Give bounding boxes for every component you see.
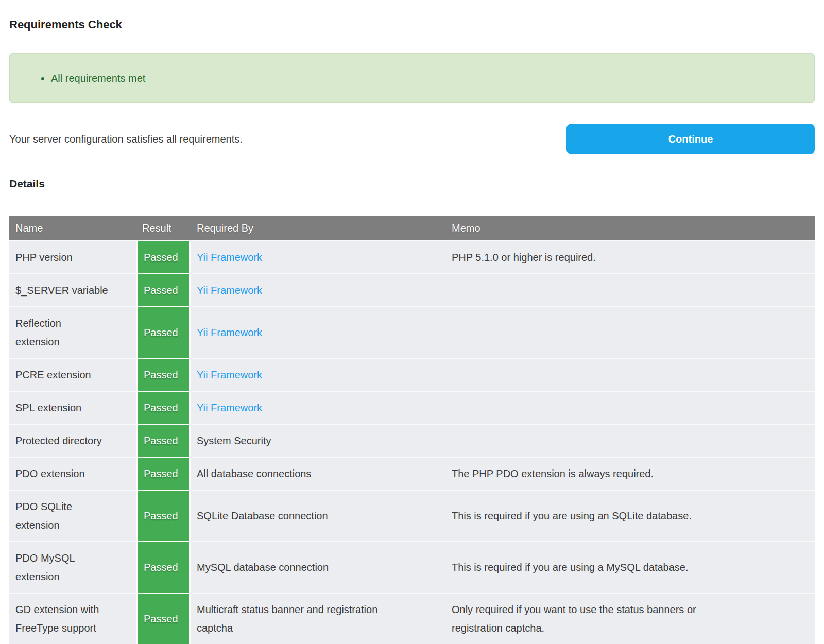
requirement-memo	[445, 424, 815, 457]
column-header-memo: Memo	[445, 216, 815, 240]
requirements-page: Requirements Check All requirements met …	[0, 18, 824, 644]
table-row: Reflection extensionPassedYii Framework	[9, 306, 815, 358]
requirement-memo	[445, 358, 815, 391]
required-by-text: MySQL database connection	[197, 562, 329, 573]
requirement-name: Protected directory	[9, 424, 136, 457]
requirement-memo	[445, 273, 815, 306]
result-badge: Passed	[136, 358, 191, 391]
requirement-name: $_SERVER variable	[9, 273, 136, 306]
page-title: Requirements Check	[9, 18, 815, 32]
required-by-cell: Yii Framework	[191, 240, 445, 273]
result-badge: Passed	[136, 306, 191, 358]
requirement-name: PDO extension	[9, 457, 136, 490]
result-badge: Passed	[136, 490, 191, 541]
table-row: Protected directoryPassedSystem Security	[9, 424, 815, 457]
requirement-memo: PHP 5.1.0 or higher is required.	[445, 240, 815, 273]
requirement-memo: The PHP PDO extension is always required…	[445, 457, 815, 490]
result-badge: Passed	[136, 541, 191, 593]
requirement-name: PDO MySQL extension	[9, 541, 136, 593]
result-badge: Passed	[136, 424, 191, 457]
table-row: PDO extensionPassedAll database connecti…	[9, 457, 815, 490]
required-by-cell: MySQL database connection	[191, 541, 445, 593]
required-by-cell: Yii Framework	[191, 391, 445, 424]
required-by-cell: SQLite Database connection	[191, 490, 445, 541]
requirement-name: PCRE extension	[9, 358, 136, 391]
table-row: GD extension with FreeType supportPassed…	[9, 593, 815, 644]
required-by-link[interactable]: Yii Framework	[197, 285, 262, 296]
required-by-cell: Yii Framework	[191, 306, 445, 358]
table-body: PHP versionPassedYii FrameworkPHP 5.1.0 …	[9, 240, 815, 644]
table-row: PCRE extensionPassedYii Framework	[9, 358, 815, 391]
alert-item: All requirements met	[51, 72, 145, 85]
required-by-link[interactable]: Yii Framework	[197, 327, 262, 338]
required-by-cell: Yii Framework	[191, 358, 445, 391]
summary-text: Your server configuration satisfies all …	[9, 132, 243, 146]
details-heading: Details	[9, 177, 815, 190]
column-header-result: Result	[136, 216, 191, 240]
requirement-name: GD extension with FreeType support	[9, 593, 136, 644]
column-header-name: Name	[9, 216, 136, 240]
table-row: $_SERVER variablePassedYii Framework	[9, 273, 815, 306]
table-row: SPL extensionPassedYii Framework	[9, 391, 815, 424]
required-by-link[interactable]: Yii Framework	[197, 402, 262, 413]
requirement-memo	[445, 306, 815, 358]
actions-bar: Your server configuration satisfies all …	[9, 124, 815, 154]
requirement-name: Reflection extension	[9, 306, 136, 358]
result-badge: Passed	[136, 273, 191, 306]
requirement-memo: Only required if you want to use the sta…	[445, 593, 815, 644]
table-row: PDO SQLite extensionPassedSQLite Databas…	[9, 490, 815, 541]
table-row: PHP versionPassedYii FrameworkPHP 5.1.0 …	[9, 240, 815, 273]
requirement-memo: This is required if you are using an SQL…	[445, 490, 815, 541]
required-by-cell: Multicraft status banner and registratio…	[191, 593, 445, 644]
required-by-text: System Security	[197, 435, 271, 446]
required-by-link[interactable]: Yii Framework	[197, 369, 262, 380]
requirement-name: PHP version	[9, 240, 136, 273]
required-by-text: Multicraft status banner and registratio…	[197, 604, 377, 634]
required-by-text: SQLite Database connection	[197, 510, 328, 521]
requirement-name: SPL extension	[9, 391, 136, 424]
table-row: PDO MySQL extensionPassedMySQL database …	[9, 541, 815, 593]
result-badge: Passed	[136, 391, 191, 424]
result-badge: Passed	[136, 593, 191, 644]
required-by-cell: System Security	[191, 424, 445, 457]
required-by-text: All database connections	[197, 468, 311, 479]
requirement-name: PDO SQLite extension	[9, 490, 136, 541]
result-badge: Passed	[136, 457, 191, 490]
column-header-required-by: Required By	[191, 216, 445, 240]
required-by-link[interactable]: Yii Framework	[197, 252, 262, 263]
requirement-memo: This is required if you are using a MySQ…	[445, 541, 815, 593]
table-header-row: Name Result Required By Memo	[9, 216, 815, 240]
result-badge: Passed	[136, 240, 191, 273]
requirements-alert: All requirements met	[9, 53, 815, 103]
alert-list: All requirements met	[10, 72, 145, 85]
required-by-cell: Yii Framework	[191, 273, 445, 306]
requirement-memo	[445, 391, 815, 424]
continue-button[interactable]: Continue	[566, 124, 815, 154]
required-by-cell: All database connections	[191, 457, 445, 490]
requirements-table: Name Result Required By Memo PHP version…	[9, 216, 815, 644]
